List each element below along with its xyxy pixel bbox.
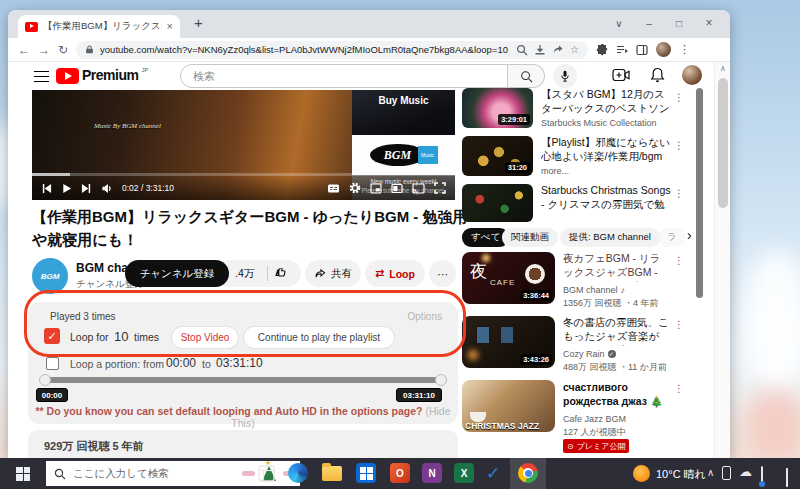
wireless-display-icon[interactable] bbox=[761, 466, 763, 485]
sidebar-thumbnail[interactable]: 夜 CAFE 3:36:44 bbox=[462, 252, 555, 304]
address-bar[interactable]: youtube.com/watch?v=NKN6yZz0qls&list=PLA… bbox=[76, 41, 588, 59]
fullscreen-icon[interactable] bbox=[434, 182, 446, 194]
sidebar-video-title[interactable]: 【Playlist】邪魔にならない心地よい洋楽/作業用/bgm |... bbox=[541, 135, 673, 164]
browser-tab[interactable]: 【作業用BGM】リラックスギターBGM × bbox=[18, 15, 180, 38]
sidebar-video-title[interactable]: Starbucks Christmas Songs - クリスマスの雰囲気で勉強… bbox=[541, 183, 673, 212]
video-menu-icon[interactable]: ⋮ bbox=[674, 140, 684, 151]
your-phone-icon[interactable] bbox=[722, 466, 731, 480]
excel-icon[interactable]: X bbox=[454, 463, 474, 483]
media-control-icon[interactable] bbox=[616, 44, 628, 56]
video-menu-icon[interactable]: ⋮ bbox=[674, 383, 684, 394]
page-scrollbar[interactable]: ∧ bbox=[714, 62, 730, 458]
miniplayer-icon[interactable] bbox=[370, 183, 382, 194]
sidebar-video-more[interactable]: more... bbox=[541, 166, 569, 176]
video-player[interactable]: Music By BGM channel Buy Music BGM Music… bbox=[32, 90, 455, 200]
maximize-button[interactable]: □ bbox=[664, 18, 694, 29]
search-input[interactable]: 検索 bbox=[180, 64, 508, 88]
tab-close-icon[interactable]: × bbox=[167, 21, 173, 32]
more-actions-button[interactable]: ⋯ bbox=[429, 260, 456, 287]
reload-button[interactable]: ↻ bbox=[58, 44, 68, 56]
sidebar-scrollbar-thumb[interactable] bbox=[696, 88, 703, 298]
stop-video-button[interactable]: Stop Video bbox=[172, 327, 238, 348]
chip-from-channel[interactable]: 提供: BGM channel bbox=[560, 228, 660, 247]
sidebar-video-channel[interactable]: Cozy Rain✓ bbox=[563, 349, 616, 359]
slider-handle-left[interactable] bbox=[39, 374, 51, 386]
sidebar-thumbnail[interactable] bbox=[462, 184, 533, 222]
forward-button[interactable]: → bbox=[38, 44, 50, 56]
video-menu-icon[interactable]: ⋮ bbox=[674, 319, 684, 330]
description-box[interactable]: 929万 回視聴 5 年前 bbox=[28, 430, 458, 458]
onedrive-cloud-icon[interactable]: ☁ bbox=[739, 464, 752, 479]
onenote-icon[interactable]: N bbox=[422, 463, 442, 483]
play-icon[interactable] bbox=[61, 183, 72, 194]
close-button[interactable]: × bbox=[694, 16, 724, 30]
video-menu-icon[interactable]: ⋮ bbox=[674, 255, 684, 266]
start-button[interactable] bbox=[0, 458, 46, 489]
volume-icon[interactable] bbox=[101, 183, 113, 194]
bookmark-star-icon[interactable]: ☆ bbox=[570, 44, 579, 55]
tab-search-icon[interactable]: ∨ bbox=[604, 18, 634, 29]
install-icon[interactable] bbox=[534, 44, 546, 56]
continue-playlist-button[interactable]: Continue to play the playlist bbox=[244, 327, 394, 348]
search-this-icon[interactable] bbox=[516, 44, 528, 56]
cast-icon[interactable] bbox=[412, 183, 425, 194]
sidebar-thumbnail[interactable]: 3:43:26 bbox=[462, 316, 555, 368]
share-button[interactable]: 共有 bbox=[305, 260, 361, 287]
channel-avatar[interactable]: BGM bbox=[32, 258, 68, 294]
chip-partial[interactable]: ラ bbox=[658, 228, 686, 247]
notifications-bell-icon[interactable] bbox=[650, 67, 665, 84]
next-icon[interactable] bbox=[81, 183, 92, 194]
like-dislike-pill[interactable]: .4万 bbox=[217, 260, 301, 287]
chips-scroll-right-icon[interactable]: › bbox=[687, 227, 692, 243]
file-explorer-icon[interactable] bbox=[322, 466, 342, 481]
side-panel-icon[interactable] bbox=[636, 44, 648, 56]
video-menu-icon[interactable]: ⋮ bbox=[674, 92, 684, 103]
slider-handle-right[interactable] bbox=[435, 374, 447, 386]
edge-icon[interactable] bbox=[288, 463, 308, 483]
page-scrollbar-thumb[interactable] bbox=[718, 78, 728, 208]
sidebar-video-title[interactable]: 夜カフェBGM - リラックスジャズBGM - ゆったりジャズBGM... bbox=[563, 251, 669, 282]
extensions-puzzle-icon[interactable] bbox=[596, 44, 608, 56]
portion-to-value[interactable]: 03:31:10 bbox=[216, 356, 263, 370]
sidebar-video-title[interactable]: 【スタバ BGM】12月のスターバックスのベストソングを... bbox=[541, 87, 673, 116]
sidebar-thumbnail[interactable]: 3:29:01 bbox=[462, 88, 533, 128]
account-avatar[interactable] bbox=[682, 65, 702, 85]
browser-profile-avatar[interactable] bbox=[656, 42, 671, 57]
chip-related[interactable]: 関連動画 bbox=[502, 228, 558, 247]
back-button[interactable]: ← bbox=[18, 44, 30, 56]
theater-mode-icon[interactable] bbox=[391, 183, 403, 194]
create-video-icon[interactable] bbox=[612, 68, 630, 82]
loop-portion-checkbox[interactable] bbox=[46, 357, 59, 370]
search-button[interactable] bbox=[508, 64, 545, 88]
sidebar-video-title[interactable]: 冬の書店の雰囲気、こもったジャズ音楽がゆっくりと演奏さ... bbox=[563, 315, 669, 346]
scroll-up-icon[interactable]: ∧ bbox=[715, 64, 730, 73]
portion-from-value[interactable]: 00:00 bbox=[166, 356, 196, 370]
office-icon[interactable]: O bbox=[390, 463, 410, 483]
voice-search-button[interactable] bbox=[553, 64, 577, 88]
browser-menu-icon[interactable]: ⋮ bbox=[679, 43, 690, 56]
weather-sun-icon[interactable] bbox=[633, 465, 650, 482]
options-link[interactable]: Options bbox=[408, 311, 442, 322]
weather-text[interactable]: 10°C 晴れ bbox=[656, 467, 706, 482]
microsoft-store-icon[interactable] bbox=[356, 463, 376, 483]
share-page-icon[interactable] bbox=[552, 44, 564, 56]
sidebar-thumbnail[interactable]: 31:20 bbox=[462, 136, 533, 176]
new-tab-button[interactable]: + bbox=[194, 14, 203, 31]
youtube-premium-logo[interactable]: Premium JP bbox=[56, 67, 148, 84]
video-menu-icon[interactable]: ⋮ bbox=[674, 188, 684, 199]
sidebar-video-title[interactable]: счастливого рождества джаз 🎄 Музыка зимн… bbox=[563, 380, 669, 411]
previous-icon[interactable] bbox=[41, 183, 52, 194]
settings-gear-icon[interactable] bbox=[349, 182, 361, 194]
loop-button[interactable]: ⇄ Loop bbox=[365, 260, 425, 287]
sidebar-video-channel[interactable]: Starbucks Music Collectation bbox=[541, 118, 657, 128]
chrome-taskbar-active[interactable] bbox=[510, 458, 546, 489]
battery-icon[interactable] bbox=[786, 468, 788, 487]
portion-slider[interactable] bbox=[44, 377, 442, 383]
todo-check-icon[interactable]: ✓ bbox=[486, 463, 500, 484]
task-view-icon[interactable] bbox=[258, 465, 275, 482]
sidebar-thumbnail[interactable]: CHRISTMAS JAZZ bbox=[462, 380, 555, 432]
loop-count-value[interactable]: 10 bbox=[114, 329, 128, 344]
dislike-icon[interactable] bbox=[275, 268, 287, 280]
tray-expand-icon[interactable]: ∧ bbox=[707, 467, 714, 478]
sidebar-video-channel[interactable]: Cafe Jazz BGM bbox=[563, 414, 626, 424]
